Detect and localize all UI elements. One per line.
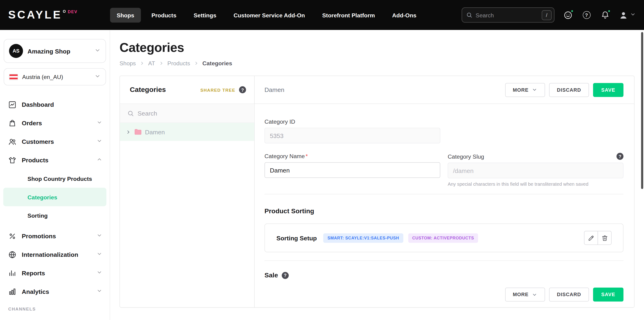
sidebar-item-orders[interactable]: Orders	[0, 114, 110, 132]
sidebar-item-sorting[interactable]: Sorting	[0, 206, 110, 225]
shop-selector[interactable]: AS Amazing Shop	[4, 39, 106, 63]
folder-icon	[134, 129, 142, 135]
chevron-down-icon	[96, 119, 102, 127]
help-icon[interactable]: ?	[239, 86, 246, 93]
chevron-down-icon	[96, 269, 102, 277]
tree-search-input[interactable]	[138, 110, 247, 117]
status-icon[interactable]	[563, 10, 573, 20]
sidebar-item-internationalization[interactable]: Internationalization	[0, 245, 110, 264]
breadcrumb-categories: Categories	[202, 60, 232, 66]
tree-header: Categories SHARED TREE ?	[120, 76, 254, 104]
more-button[interactable]: MORE	[505, 288, 545, 302]
category-id-field: Category ID	[264, 118, 440, 143]
nav-item-products[interactable]: Products	[145, 8, 183, 22]
product-sorting-heading: Product Sorting	[264, 208, 624, 215]
env-badge: DEV	[68, 10, 78, 14]
sidebar-item-shop-country-products[interactable]: Shop Country Products	[0, 169, 110, 188]
global-search[interactable]: /	[462, 8, 554, 23]
sidebar-item-dashboard[interactable]: Dashboard	[0, 96, 110, 114]
search-shortcut-key: /	[542, 10, 552, 20]
chevron-down-icon	[94, 47, 101, 55]
user-menu[interactable]	[618, 10, 628, 20]
vertical-scrollbar[interactable]	[641, 32, 643, 189]
category-id-input	[264, 128, 440, 143]
slug-hint-text: Any special characters in this field wil…	[448, 182, 624, 186]
category-name-field: Category Name*	[264, 153, 440, 186]
sidebar-item-customers[interactable]: Customers	[0, 132, 110, 151]
more-button[interactable]: MORE	[505, 83, 545, 97]
discard-button[interactable]: DISCARD	[549, 83, 589, 97]
tree-search[interactable]	[120, 104, 254, 123]
topnav-right: / ?	[462, 8, 636, 23]
nav-item-shops[interactable]: Shops	[110, 8, 141, 22]
nav-item-add-ons[interactable]: Add-Ons	[386, 8, 423, 22]
shared-tree-badge: SHARED TREE	[200, 87, 236, 92]
footer-actions: MORE DISCARD SAVE	[264, 288, 624, 307]
notifications-button[interactable]	[600, 10, 610, 20]
chevron-right-icon	[194, 61, 198, 66]
customers-icon	[8, 137, 16, 146]
page-title: Categories	[120, 40, 634, 55]
help-icon[interactable]: ?	[616, 153, 624, 160]
search-icon	[466, 12, 472, 18]
chevron-down-icon	[96, 138, 102, 145]
detail-title: Damen	[264, 86, 284, 93]
sale-section: Sale ?	[264, 272, 624, 279]
chevron-down-icon	[96, 232, 102, 240]
sidebar-item-analytics[interactable]: Analytics	[0, 282, 110, 301]
edit-sorting-button[interactable]	[584, 231, 598, 245]
breadcrumb-at[interactable]: AT	[148, 60, 155, 66]
save-button[interactable]: SAVE	[593, 288, 624, 302]
chevron-down-icon	[94, 73, 101, 81]
sorting-setup-label: Sorting Setup	[276, 234, 317, 241]
products-icon	[8, 156, 16, 164]
chevron-down-icon	[532, 87, 537, 92]
sidebar-item-products[interactable]: Products	[0, 151, 110, 169]
orders-icon	[8, 119, 16, 127]
global-search-input[interactable]	[476, 12, 542, 18]
notification-dot	[608, 9, 611, 12]
breadcrumb-products[interactable]: Products	[167, 60, 190, 66]
category-name-input[interactable]	[264, 162, 440, 178]
category-slug-input	[448, 163, 624, 178]
app-root: SCAYLE O DEV Shops Products Settings Cus…	[0, 0, 644, 320]
analytics-icon	[8, 287, 16, 296]
nav-item-settings[interactable]: Settings	[187, 8, 223, 22]
nav-item-customer-service-addon[interactable]: Customer Service Add-On	[227, 8, 312, 22]
user-menu-chevron-icon[interactable]	[630, 11, 636, 19]
country-selector[interactable]: Austria (en_AU)	[4, 68, 106, 86]
chevron-right-icon	[140, 61, 144, 66]
main-content: Categories Shops AT Products Categories …	[110, 30, 644, 320]
chevron-down-icon	[96, 288, 102, 295]
sorting-badge-custom: CUSTOM: ACTIVEPRODUCTS	[408, 233, 478, 243]
promotions-icon	[8, 232, 16, 240]
breadcrumb-shops[interactable]: Shops	[120, 60, 136, 66]
breadcrumb: Shops AT Products Categories	[120, 60, 634, 66]
brand-logo[interactable]: SCAYLE O DEV	[8, 8, 110, 22]
category-id-label: Category ID	[264, 118, 440, 125]
help-button[interactable]: ?	[582, 10, 592, 20]
help-icon[interactable]: ?	[282, 272, 289, 279]
nav-item-storefront-platform[interactable]: Storefront Platform	[316, 8, 381, 22]
chevron-right-icon[interactable]	[126, 129, 131, 134]
save-button[interactable]: SAVE	[593, 83, 624, 97]
chevron-right-icon	[159, 61, 164, 66]
sidebar-item-categories[interactable]: Categories	[3, 188, 106, 206]
sorting-badge-smart: SMART: SCAYLE:V1:SALES-PUSH	[324, 233, 403, 243]
chevron-down-icon	[532, 292, 537, 297]
page-body: AS Amazing Shop Austria (en_AU) Da	[0, 30, 644, 320]
logo-mark: O	[63, 10, 66, 14]
category-detail-panel: Damen MORE DISCARD SAVE	[255, 76, 634, 307]
trash-icon	[602, 235, 608, 241]
delete-sorting-button[interactable]	[598, 231, 612, 245]
shop-avatar: AS	[9, 44, 23, 58]
logo-text: SCAYLE	[8, 8, 62, 22]
sidebar-item-promotions[interactable]: Promotions	[0, 227, 110, 245]
category-slug-label: Category Slug	[448, 153, 484, 160]
discard-button[interactable]: DISCARD	[549, 288, 589, 302]
tree-item-damen[interactable]: Damen	[120, 123, 254, 141]
category-name-label: Category Name*	[264, 153, 440, 159]
pencil-icon	[588, 235, 594, 241]
austria-flag-icon	[9, 74, 18, 80]
sidebar-item-reports[interactable]: Reports	[0, 264, 110, 282]
